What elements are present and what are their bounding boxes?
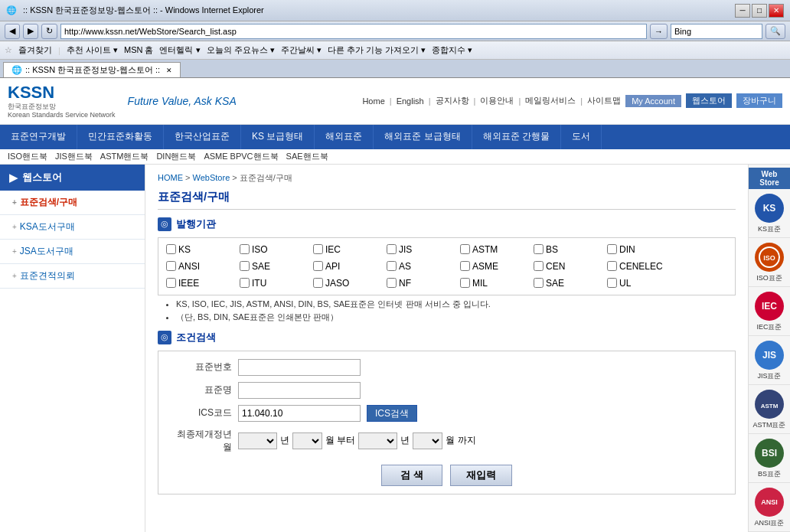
forward-button[interactable]: ▶: [23, 24, 38, 39]
iec-checkbox[interactable]: [313, 244, 323, 254]
bs-checkbox[interactable]: [534, 244, 544, 254]
address-input[interactable]: [60, 24, 647, 39]
sub-nav-5[interactable]: SAE핸드북: [286, 151, 328, 162]
rs-item-ks[interactable]: KS KS표준: [749, 191, 790, 238]
ics-search-button[interactable]: ICS검색: [367, 405, 417, 422]
mil-checkbox[interactable]: [460, 278, 470, 288]
sidebar-item-jsa[interactable]: + JSA도서구매: [0, 240, 145, 264]
minimize-button[interactable]: ─: [735, 4, 750, 18]
ul-label[interactable]: UL: [619, 278, 631, 289]
tab-close-icon[interactable]: ✕: [166, 67, 172, 74]
asme-label[interactable]: ASME: [472, 261, 498, 272]
as-label[interactable]: AS: [399, 261, 411, 272]
jaso-label[interactable]: JASO: [325, 278, 349, 289]
nav-item-5[interactable]: 해외표준 보급형태: [374, 125, 472, 149]
fav-item-2[interactable]: MSN 홈: [124, 44, 154, 56]
iso-label[interactable]: ISO: [252, 244, 268, 255]
nav-sitemap[interactable]: 사이트맵: [587, 95, 621, 106]
itu-checkbox[interactable]: [240, 278, 250, 288]
close-button[interactable]: ✕: [769, 4, 784, 18]
cenelec-checkbox[interactable]: [607, 261, 617, 271]
from-year-select[interactable]: 2024 2023 2022: [238, 432, 277, 449]
fav-item-5[interactable]: 주간날씨 ▾: [281, 44, 322, 56]
search-button[interactable]: 검 색: [381, 465, 442, 486]
refresh-button[interactable]: ↻: [41, 24, 57, 39]
nav-item-2[interactable]: 한국산업표준: [164, 125, 241, 149]
breadcrumb-webstore[interactable]: WebStore: [193, 173, 230, 182]
webstore-button[interactable]: 웹스토어: [686, 93, 732, 108]
jaso-checkbox[interactable]: [313, 278, 323, 288]
din-checkbox[interactable]: [607, 244, 617, 254]
cen-label[interactable]: CEN: [546, 261, 565, 272]
nav-item-1[interactable]: 민간표준화활동: [77, 125, 164, 149]
din-label[interactable]: DIN: [619, 244, 635, 255]
nav-item-6[interactable]: 해외표준 간행물: [472, 125, 561, 149]
search-go-button[interactable]: 🔍: [766, 24, 785, 39]
maximize-button[interactable]: □: [752, 4, 767, 18]
itu-label[interactable]: ITU: [252, 278, 266, 289]
fav-item-3[interactable]: 엔터헬릭 ▾: [159, 44, 200, 56]
jis-label[interactable]: JIS: [399, 244, 412, 255]
ansi-label[interactable]: ANSI: [178, 261, 200, 272]
iso-checkbox[interactable]: [240, 244, 250, 254]
ansi-checkbox[interactable]: [166, 261, 176, 271]
cart-button[interactable]: 장바구니: [736, 93, 782, 108]
tab-kssn[interactable]: 🌐 :: KSSN 한국표준정보망-웹스토어 :: ✕: [3, 62, 181, 77]
nf-checkbox[interactable]: [387, 278, 397, 288]
ks-checkbox[interactable]: [166, 244, 176, 254]
to-year-select[interactable]: 2024 2023: [358, 432, 397, 449]
rs-item-iso[interactable]: ISO ISO표준: [749, 240, 790, 287]
sae2-label[interactable]: SAE: [546, 278, 564, 289]
ks-label[interactable]: KS: [178, 244, 191, 255]
sub-nav-3[interactable]: DIN핸드북: [156, 151, 196, 162]
cen-checkbox[interactable]: [534, 261, 544, 271]
sidebar-item-ksa[interactable]: + KSA도서구매: [0, 215, 145, 240]
sub-nav-1[interactable]: JIS핸드북: [55, 151, 93, 162]
rs-item-jis[interactable]: JIS JIS표준: [749, 338, 790, 385]
sub-nav-2[interactable]: ASTM핸드북: [100, 151, 149, 162]
nav-item-4[interactable]: 해외표준: [315, 125, 374, 149]
fav-item-1[interactable]: 추천 사이트 ▾: [67, 44, 118, 56]
nav-item-7[interactable]: 도서: [561, 125, 602, 149]
rs-item-ansi[interactable]: ANSI ANSI표준: [749, 485, 790, 532]
std-no-input[interactable]: [238, 359, 361, 376]
fav-item-6[interactable]: 다른 추가 기능 가져오기 ▾: [328, 44, 426, 56]
ieee-label[interactable]: IEEE: [178, 278, 199, 289]
back-button[interactable]: ◀: [5, 24, 20, 39]
nav-mailing[interactable]: 메일링서비스: [525, 95, 576, 106]
nav-home[interactable]: Home: [362, 96, 384, 106]
go-button[interactable]: →: [650, 24, 668, 39]
search-input[interactable]: [671, 24, 762, 39]
rs-item-iec[interactable]: IEC IEC표준: [749, 289, 790, 336]
jis-checkbox[interactable]: [387, 244, 397, 254]
nav-notice[interactable]: 공지사항: [436, 95, 469, 106]
std-name-input[interactable]: [238, 382, 361, 399]
bs-label[interactable]: BS: [546, 244, 558, 255]
astm-checkbox[interactable]: [460, 244, 470, 254]
nav-guide[interactable]: 이용안내: [480, 95, 514, 106]
nf-label[interactable]: NF: [399, 278, 411, 289]
sae-label[interactable]: SAE: [252, 261, 270, 272]
nav-item-3[interactable]: KS 보급형태: [241, 125, 315, 149]
sidebar-item-search[interactable]: + 표준검색/구매: [0, 191, 145, 215]
fav-item-0[interactable]: 즐겨찾기: [18, 44, 52, 56]
my-account-button[interactable]: My Account: [625, 95, 681, 107]
sidebar-item-estimate[interactable]: + 표준견적의뢰: [0, 264, 145, 289]
asme-checkbox[interactable]: [460, 261, 470, 271]
from-month-select[interactable]: 01 02: [292, 432, 322, 449]
sae-checkbox[interactable]: [240, 261, 250, 271]
ics-input[interactable]: [238, 405, 361, 422]
sub-nav-0[interactable]: ISO핸드북: [8, 151, 47, 162]
astm-label[interactable]: ASTM: [472, 244, 498, 255]
api-checkbox[interactable]: [313, 261, 323, 271]
nav-english[interactable]: English: [397, 96, 424, 106]
ieee-checkbox[interactable]: [166, 278, 176, 288]
breadcrumb-home[interactable]: HOME: [158, 173, 183, 182]
nav-item-0[interactable]: 표준연구개발: [0, 125, 77, 149]
fav-item-4[interactable]: 오늘의 주요뉴스 ▾: [207, 44, 275, 56]
sae2-checkbox[interactable]: [534, 278, 544, 288]
to-month-select[interactable]: 01 02: [413, 432, 442, 449]
as-checkbox[interactable]: [387, 261, 397, 271]
iec-label[interactable]: IEC: [325, 244, 341, 255]
mil-label[interactable]: MIL: [472, 278, 488, 289]
